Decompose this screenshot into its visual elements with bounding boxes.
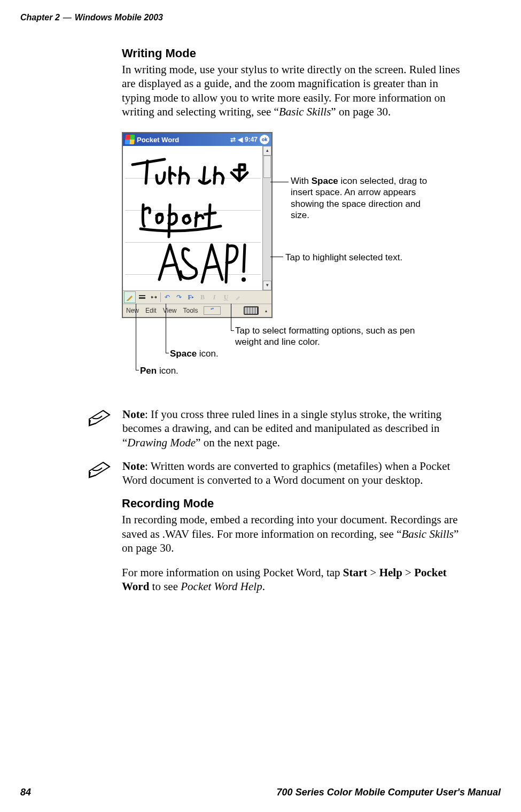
chapter-label: Chapter 2 — [20, 13, 60, 22]
basic-skills-ref: Basic Skills — [279, 105, 331, 118]
screenshot-figure: Pocket Word ⇄ ◀ 9:47 ok — [122, 129, 468, 402]
ok-button[interactable]: ok — [260, 135, 269, 144]
callout-space-icon: Space icon. — [170, 348, 219, 359]
page-number: 84 — [20, 787, 31, 798]
menu-edit[interactable]: Edit — [142, 307, 160, 314]
menu-view[interactable]: View — [160, 307, 180, 314]
handwriting-ink — [127, 151, 250, 285]
scroll-down-button[interactable]: ▾ — [263, 281, 271, 290]
svg-rect-1 — [139, 295, 145, 296]
line-style-icon[interactable] — [137, 292, 147, 303]
callout-pen-icon: Pen icon. — [140, 365, 178, 376]
svg-point-0 — [242, 277, 246, 282]
text: With — [291, 176, 312, 186]
text: icon. — [197, 349, 219, 359]
recording-mode-body-2: For more information on using Pocket Wor… — [122, 566, 468, 594]
callout-line — [166, 304, 166, 353]
callout-line — [270, 182, 289, 182]
text: to see — [149, 580, 181, 593]
space-tool-icon[interactable] — [149, 292, 159, 303]
ui-path: Help — [379, 566, 402, 579]
note-label: Note — [122, 408, 145, 421]
text-bold: Space — [170, 349, 197, 359]
text: . — [262, 580, 265, 593]
bold-icon[interactable]: B — [197, 292, 208, 303]
header-separator: — — [60, 13, 75, 22]
main-content: Writing Mode In writing mode, use your s… — [122, 22, 468, 594]
help-ref: Pocket Word Help — [181, 580, 262, 593]
callout-line — [231, 330, 234, 331]
note-label: Note — [122, 460, 145, 473]
underline-icon[interactable]: U — [221, 292, 231, 303]
callout-line — [136, 370, 139, 370]
text-bold: Space — [312, 176, 338, 186]
writing-mode-body: In writing mode, use your stylus to writ… — [122, 63, 468, 119]
note-block: Note: Written words are converted to gra… — [87, 459, 468, 488]
titlebar: Pocket Word ⇄ ◀ 9:47 ok — [123, 133, 271, 146]
scroll-thumb[interactable] — [263, 156, 271, 178]
format-icon[interactable]: F▸ — [185, 292, 196, 303]
callout-line — [270, 257, 283, 257]
writing-mode-heading: Writing Mode — [122, 47, 468, 60]
menu-tools[interactable]: Tools — [180, 307, 201, 314]
scroll-up-button[interactable]: ▴ — [263, 146, 271, 156]
page-footer: 84 700 Series Color Mobile Computer User… — [20, 787, 501, 798]
ui-path: Start — [343, 566, 368, 579]
format-toolbar: ↶ ↷ F▸ B I U — [123, 290, 271, 304]
drawing-mode-ref: Drawing Mode — [127, 436, 196, 449]
menu-new[interactable]: New — [123, 307, 142, 314]
text: icon. — [157, 366, 178, 376]
text: : Written words are converted to graphic… — [122, 460, 450, 486]
italic-icon[interactable]: I — [209, 292, 220, 303]
keyboard-icon[interactable] — [244, 306, 259, 315]
note-icon — [87, 407, 113, 450]
note-text: Note: If you cross three ruled lines in … — [122, 407, 468, 450]
text: > — [367, 566, 379, 579]
note-icon — [87, 459, 113, 488]
callout-highlight: Tap to highlight selected text. — [285, 252, 424, 263]
highlight-icon[interactable] — [232, 292, 243, 303]
menubar: New Edit View Tools ▴▾ ▴ — [123, 304, 271, 317]
basic-skills-ref: Basic Skills — [402, 528, 454, 540]
callout-format: Tap to select formatting options, such a… — [235, 325, 417, 348]
callout-line — [166, 353, 169, 353]
callout-line — [231, 304, 231, 330]
svg-rect-2 — [139, 297, 145, 299]
manual-title: 700 Series Color Mobile Computer User's … — [277, 787, 501, 798]
callout-line — [136, 304, 136, 370]
pen-tool-icon[interactable] — [124, 291, 136, 303]
tray-icons: ⇄ ◀ 9:47 ok — [230, 135, 269, 144]
note-text: Note: Written words are converted to gra… — [122, 459, 468, 488]
start-icon[interactable] — [125, 135, 135, 144]
page-header: Chapter 2 — Windows Mobile 2003 — [0, 0, 521, 22]
connectivity-icon[interactable]: ⇄ — [230, 136, 236, 143]
volume-icon[interactable]: ◀ — [238, 136, 243, 143]
pocket-pc-screenshot: Pocket Word ⇄ ◀ 9:47 ok — [122, 132, 273, 318]
writing-canvas[interactable]: ▴ ▾ — [123, 146, 271, 290]
sip-arrow-icon[interactable]: ▴ — [262, 308, 270, 313]
undo-icon[interactable]: ↶ — [162, 292, 173, 303]
text: For more information on using Pocket Wor… — [122, 566, 343, 579]
header-title: Windows Mobile 2003 — [75, 13, 163, 22]
text: ” on the next page. — [196, 436, 280, 449]
note-block: Note: If you cross three ruled lines in … — [87, 407, 468, 450]
text-bold: Pen — [140, 366, 157, 376]
app-title: Pocket Word — [137, 136, 179, 144]
recording-mode-body: In recording mode, embed a recording int… — [122, 513, 468, 555]
clock: 9:47 — [245, 136, 258, 143]
text: ” on page 30. — [331, 105, 391, 118]
toolbar-toggle-icon[interactable]: ▴▾ — [204, 306, 221, 315]
recording-mode-heading: Recording Mode — [122, 497, 468, 511]
vertical-scrollbar[interactable]: ▴ ▾ — [262, 146, 271, 290]
text: > — [402, 566, 414, 579]
redo-icon[interactable]: ↷ — [174, 292, 184, 303]
callout-space-drag: With Space icon selected, drag to insert… — [291, 175, 440, 221]
